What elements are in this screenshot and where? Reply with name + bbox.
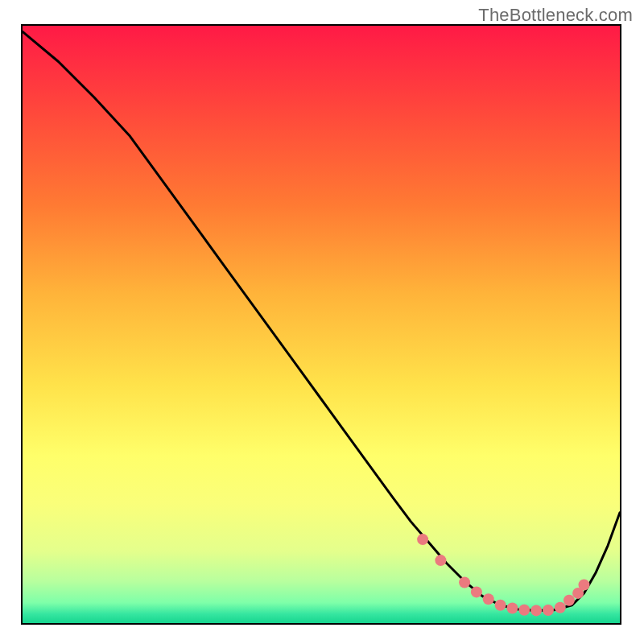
marker-dot: [564, 595, 575, 606]
marker-dot: [578, 580, 589, 591]
marker-dot: [530, 605, 542, 616]
marker-dot: [417, 534, 428, 545]
marker-dot: [483, 593, 494, 605]
marker-dot: [459, 577, 470, 588]
marker-dot: [471, 586, 482, 597]
marker-dot: [543, 605, 554, 616]
marker-dot: [435, 555, 446, 566]
marker-dot: [555, 602, 566, 613]
chart-canvas: [23, 26, 620, 623]
marker-dot: [518, 605, 530, 616]
marker-dot: [495, 600, 506, 611]
marker-dot: [506, 602, 518, 613]
plot-area: [21, 24, 621, 625]
attribution-text: TheBottleneck.com: [478, 5, 633, 26]
chart-frame: TheBottleneck.com: [0, 0, 644, 644]
